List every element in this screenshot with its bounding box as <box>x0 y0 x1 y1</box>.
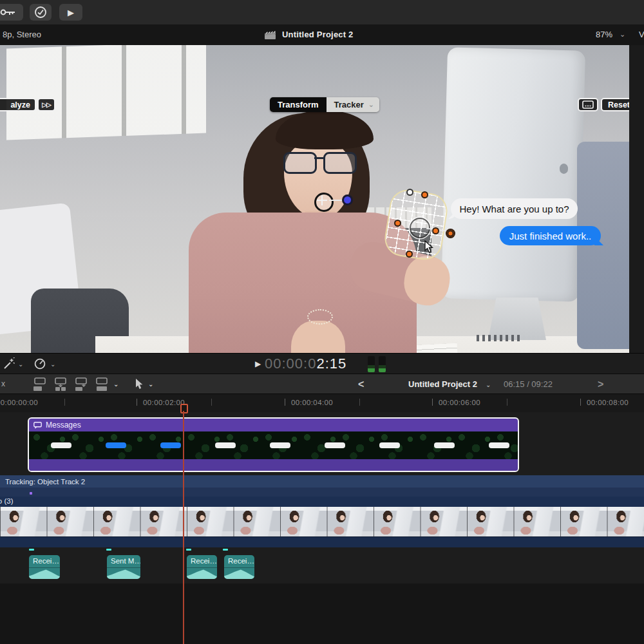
skip-forward-button[interactable]: ▷▷ <box>37 98 55 111</box>
video-clip-audio-row <box>0 536 644 547</box>
pointer-tool-chevron-icon[interactable]: ⌄ <box>148 381 153 388</box>
connect-edit-icon[interactable] <box>32 377 48 392</box>
playhead-duration-display: 06:15 / 09:22 <box>504 379 553 389</box>
ruler-timecode-label: 00:00:04:00 <box>291 399 333 406</box>
retime-icon[interactable] <box>33 357 46 370</box>
audio-clip-waveform <box>224 569 254 579</box>
transform-mode-button[interactable] <box>578 98 598 111</box>
zoom-level-control[interactable]: 87% <box>596 30 612 39</box>
ruler-minor-tick <box>64 399 65 406</box>
reset-label: Reset <box>608 100 629 109</box>
analyze-button[interactable]: alyze <box>0 98 36 111</box>
reset-button[interactable]: Reset <box>601 98 629 111</box>
audio-clip-label: Recei… <box>33 557 59 565</box>
audio-meter-right <box>379 356 386 372</box>
clip-marker[interactable] <box>29 549 34 551</box>
ruler[interactable]: 00:00:00:0000:00:02:0000:00:04:0000:00:0… <box>0 394 644 412</box>
insert-edit-icon[interactable] <box>53 377 69 392</box>
message-bubble-thumb <box>489 442 509 448</box>
check-circle-icon <box>34 6 47 19</box>
timecode-display[interactable]: 00:00:02:15 <box>265 355 346 372</box>
messages-title-clip[interactable]: Messages <box>28 417 519 472</box>
audio-clip[interactable]: Recei… <box>187 555 217 579</box>
view-menu-partial[interactable]: V <box>639 30 644 39</box>
playhead-marker[interactable] <box>180 404 188 413</box>
ruler-tick <box>137 399 137 406</box>
chat-bubble-outgoing: Just finished work.. <box>500 226 601 245</box>
tracker-position-handle[interactable] <box>342 194 353 205</box>
scene-desk-partition <box>577 142 629 349</box>
title-clip-icon <box>33 422 42 429</box>
audio-clip-label: Recei… <box>228 557 254 565</box>
edit-tools-chevron-icon[interactable]: ⌄ <box>113 381 118 388</box>
ruler-tick <box>580 399 581 406</box>
analyze-label: alyze <box>10 100 30 109</box>
ruler-timecode-label: 00:00:08:00 <box>587 399 629 406</box>
retime-chevron-icon[interactable]: ⌄ <box>50 361 55 368</box>
play-icon: ▶ <box>68 8 74 17</box>
viewer-header: 8p, Stereo Untitled Project 2 87% ⌄ V <box>0 24 644 45</box>
ruler-minor-tick <box>359 399 360 406</box>
clip-marker[interactable] <box>223 549 228 551</box>
tracker-handle-topright[interactable] <box>421 191 428 198</box>
video-clip[interactable]: Video (3) <box>0 497 644 547</box>
append-edit-icon[interactable] <box>73 377 90 392</box>
video-clip-label: Video (3) <box>0 497 13 505</box>
audio-clip-divider <box>187 567 217 568</box>
project-chevron-icon[interactable]: ⌄ <box>486 381 491 388</box>
audio-clip-divider <box>224 567 254 568</box>
timeline-toolbar: x ⌄ ⌄ < Untitled Project 2 ⌄ 06:15 / 09:… <box>0 374 644 394</box>
viewer-canvas[interactable]: alyze ▷▷ Transform Tracker ⌄ Reset He <box>0 45 629 353</box>
ruler-timecode-label: 00:00:06:00 <box>439 399 480 406</box>
index-button-partial[interactable]: x <box>1 379 5 388</box>
audio-clip[interactable]: Recei… <box>224 555 254 579</box>
next-project-button[interactable]: > <box>598 379 603 390</box>
viewer-project-title: Untitled Project 2 <box>282 30 354 39</box>
ruler-timecode-label: 00:00:02:00 <box>143 399 185 406</box>
tracker-handle-right[interactable] <box>432 227 439 234</box>
messages-clip-footer <box>29 459 518 471</box>
audition-check-button[interactable] <box>30 4 52 21</box>
pointer-tool-icon[interactable] <box>135 378 144 390</box>
previous-project-button[interactable]: < <box>358 379 364 390</box>
top-toolbar: ▶ <box>0 0 644 25</box>
messages-clip-label: Messages <box>46 421 81 430</box>
overwrite-edit-icon[interactable] <box>94 377 110 392</box>
message-bubble-thumb <box>106 442 126 448</box>
messages-filmstrip <box>29 431 518 459</box>
ruler-timecode-label: 00:00:00:00 <box>0 399 38 406</box>
enhancements-chevron-icon[interactable]: ⌄ <box>18 361 23 368</box>
messages-clip-header: Messages <box>29 419 518 431</box>
key-icon <box>0 8 16 17</box>
tracking-object-track-bar[interactable]: Tracking: Object Track 2 <box>0 475 644 488</box>
tracker-handle-top[interactable] <box>406 189 413 196</box>
clapperboard-icon <box>264 30 277 40</box>
audio-clip[interactable]: Sent M… <box>107 555 140 579</box>
tab-tracker[interactable]: Tracker ⌄ <box>327 97 379 112</box>
transform-label: Transform <box>278 100 319 109</box>
scene-imac-ports <box>477 335 523 341</box>
ruler-minor-tick <box>211 399 212 406</box>
audio-meter-left <box>368 356 375 372</box>
tracker-rotation-handle[interactable] <box>446 229 455 238</box>
tracking-sub-bar <box>0 488 644 497</box>
tab-transform[interactable]: Transform <box>270 97 327 112</box>
tracker-anchor-crosshair[interactable] <box>314 193 334 212</box>
clip-marker[interactable] <box>186 549 191 551</box>
tracker-label: Tracker <box>334 100 364 109</box>
clip-marker[interactable] <box>106 549 111 551</box>
audio-clip[interactable]: Recei… <box>29 555 60 579</box>
keyframe-key-button[interactable] <box>0 4 23 21</box>
message-bubble-thumb <box>215 442 236 448</box>
play-button[interactable]: ▶ <box>59 4 82 21</box>
transport-play-icon[interactable]: ▶ <box>255 359 261 368</box>
tracker-handle-left[interactable] <box>394 220 401 227</box>
playhead-line[interactable] <box>183 411 184 644</box>
chevron-down-icon[interactable]: ⌄ <box>620 30 625 39</box>
audio-clip-label: Recei… <box>191 557 217 565</box>
timeline-project-title[interactable]: Untitled Project 2 <box>408 379 477 389</box>
tracker-handle-bottom[interactable] <box>406 251 413 258</box>
enhancements-wand-icon[interactable] <box>3 357 15 370</box>
message-bubble-thumb <box>325 442 345 448</box>
timecode-dim: 00:00:0 <box>265 355 316 372</box>
